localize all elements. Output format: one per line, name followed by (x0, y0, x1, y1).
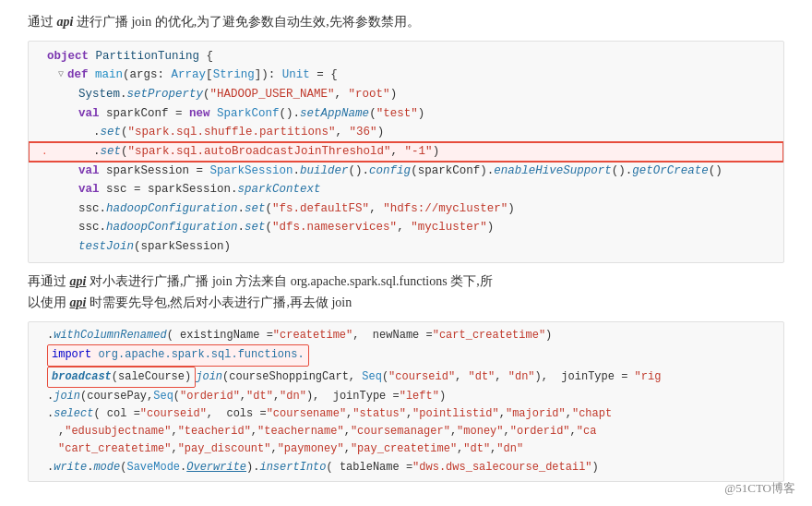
code2-line-2-import: import org.apache.spark.sql.functions. (29, 344, 783, 366)
code-line-2: ▽ def main(args: Array[String]): Unit = … (29, 66, 783, 85)
code-line-7: val sparkSession = SparkSession.builder(… (29, 162, 783, 181)
code-line-1: object PartitionTuning { (29, 47, 783, 66)
code-line-10: ssc.hadoopConfiguration.set("dfs.nameser… (29, 218, 783, 237)
code2-line-5: .select( col = "courseid", cols = "cours… (29, 405, 783, 423)
code2-line-3-broadcast: broadcast(saleCourse) join(courseShoppin… (29, 367, 783, 388)
intro-paragraph-2: 再通过 api 对小表进行广播,广播 join 方法来自 org.apache.… (28, 271, 784, 315)
code-line-5: .set("spark.sql.shuffle.partitions", "36… (29, 123, 783, 142)
watermark: @51CTO博客 (724, 480, 795, 497)
api-keyword-1: api (57, 15, 74, 29)
code2-line-7: "cart_createtime", "pay_discount", "paym… (29, 440, 783, 458)
code2-line-6: , "edusubjectname", "teacherid", "teache… (29, 423, 783, 440)
code-block-1: object PartitionTuning { ▽ def main(args… (28, 41, 784, 263)
code-line-3: System.setProperty("HADOOP_USER_NAME", "… (29, 85, 783, 104)
code-line-4: val sparkConf = new SparkConf().setAppNa… (29, 104, 783, 124)
intro-paragraph-1: 通过 api 进行广播 join 的优化,为了避免参数自动生效,先将参数禁用。 (28, 11, 784, 33)
api-keyword-3: api (70, 295, 87, 309)
code2-line-4: .join(coursePay, Seq("orderid", "dt", "d… (29, 388, 783, 405)
code-line-6-highlighted: . .set("spark.sql.autoBroadcastJoinThres… (29, 142, 783, 162)
code2-line-8: .write.mode(SaveMode.Overwrite).insertIn… (29, 459, 783, 476)
code2-line-1: .withColumnRenamed( existingName = "crea… (29, 327, 783, 344)
code-line-9: ssc.hadoopConfiguration.set("fs.defaultF… (29, 199, 783, 219)
code-line-8: val ssc = sparkSession.sparkContext (29, 180, 783, 199)
code-block-2: .withColumnRenamed( existingName = "crea… (28, 321, 784, 482)
api-keyword-2: api (70, 274, 87, 288)
code-line-11: testJoin(sparkSession) (29, 237, 783, 257)
